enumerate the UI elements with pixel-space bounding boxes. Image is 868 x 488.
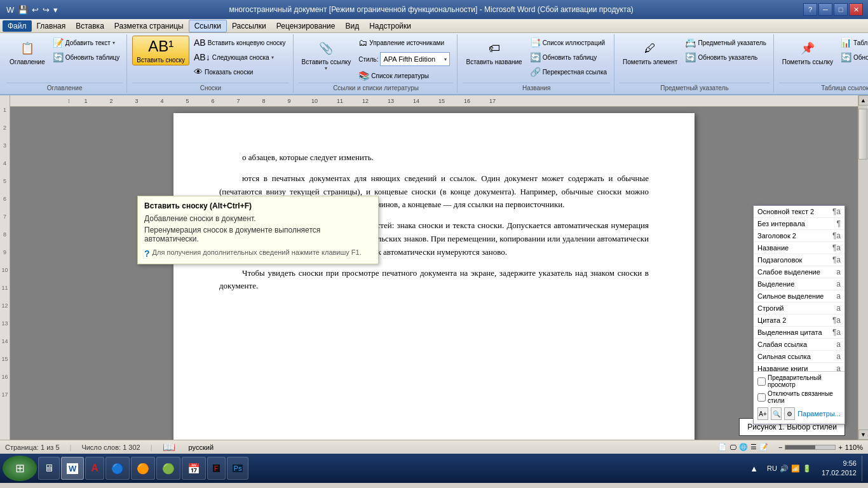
illustrations-list-button[interactable]: 📑 Список иллюстраций [527,36,610,50]
taskbar-calendar[interactable]: 📅 [182,457,206,480]
insert-footnote-button[interactable]: AB¹ Вставить сноску [132,36,189,65]
style-item-5[interactable]: Слабое выделениеa [754,266,844,278]
mark-citation-button[interactable]: 📌 Пометить ссылку [779,36,836,68]
style-item-12[interactable]: Сильная ссылкаa [754,351,844,363]
view-print-icon[interactable]: 📄 [718,443,727,451]
menu-insert[interactable]: Вставка [71,20,109,32]
index-buttons: 🖊 Пометить элемент 📇 Предметный указател… [620,36,770,83]
insert-table-auth-button[interactable]: 📊 Таблица ссылок [837,36,868,50]
disable-linked-input[interactable] [757,393,766,402]
help-icon[interactable]: ? [803,3,817,16]
restore-button[interactable]: □ [834,3,848,16]
style-selector[interactable]: Стиль: APA Fifth Edition ▾ [355,50,453,68]
style-item-13[interactable]: Название книгиa [754,363,844,371]
mark-element-button[interactable]: 🖊 Пометить элемент [620,36,681,68]
taskbar-app1[interactable]: 🟠 [131,457,155,480]
show-desktop-button[interactable] [862,456,865,481]
view-draft-icon[interactable]: 📝 [759,443,768,451]
network-icon[interactable]: 📶 [791,464,800,473]
battery-icon[interactable]: 🔋 [803,464,811,473]
style-item-2[interactable]: Заголовок 2¶a [754,230,844,242]
preview-checkbox[interactable]: Предварительный просмотр [757,374,841,388]
style-item-6[interactable]: Выделениеa [754,278,844,290]
menu-file[interactable]: Файл [3,20,32,32]
tooltip-hint: ? Для получения дополнительных сведений … [144,248,372,259]
zoom-out-button[interactable]: − [778,444,782,451]
view-outline-icon[interactable]: ☰ [750,443,757,451]
menu-mailings[interactable]: Рассылки [227,20,271,32]
zoom-in-button[interactable]: + [838,444,842,451]
manage-sources-button[interactable]: 🗂 Управление источниками [355,36,453,50]
zoom-slider[interactable] [785,445,836,450]
update-oglav-button[interactable]: 🔄 Обновить таблицу [50,50,123,64]
menu-references[interactable]: Ссылки [189,20,227,32]
start-button[interactable]: ⊞ [3,456,37,481]
new-style-button[interactable]: A+ [757,407,768,420]
cross-reference-button[interactable]: 🔗 Перекрестная ссылка [527,65,610,79]
scroll-up-button[interactable]: ▲ [858,95,869,105]
disable-linked-checkbox[interactable]: Отключить связанные стили [757,390,841,404]
zoom-level: 110% [845,444,863,451]
customize-icon[interactable]: ▾ [52,4,59,16]
speaker-icon[interactable]: 🔊 [780,464,789,473]
style-item-4[interactable]: Подзаголовок¶a [754,254,844,266]
update-index-button[interactable]: 🔄 Обновить указатель [682,50,769,64]
ribbon-content: 📋 Оглавление 📝 Добавить текст ▾ 🔄 Обнови… [0,33,868,94]
taskbar-app2[interactable]: 🟢 [156,457,180,480]
save-icon[interactable]: 💾 [17,4,29,16]
menu-review[interactable]: Рецензирование [271,20,341,32]
taskbar-word[interactable]: W [61,457,84,480]
style-dropdown[interactable]: APA Fifth Edition ▾ [380,52,450,66]
undo-icon[interactable]: ↩ [31,4,40,16]
system-clock[interactable]: 9:56 17.02.2012 [818,459,860,478]
preview-label: Предварительный просмотр [768,374,841,388]
scroll-thumb[interactable] [858,109,867,159]
ruler-h-5: 5 [175,98,200,104]
style-item-0[interactable]: Основной текст 2¶a [754,206,844,218]
taskbar-flash[interactable]: F [207,457,226,480]
menu-view[interactable]: Вид [340,20,364,32]
update-table-auth-button[interactable]: 🔄 Обновить таблицу [837,50,868,64]
manage-styles-button[interactable]: ⚙ [784,407,795,420]
taskbar-antivirus[interactable]: A [85,457,104,480]
show-footnotes-button[interactable]: 👁 Показать сноски [191,65,289,79]
add-text-button[interactable]: 📝 Добавить текст ▾ [50,36,123,50]
menu-page-layout[interactable]: Разметка страницы [109,20,189,32]
lang-indicator[interactable]: RU [767,464,777,472]
style-item-7[interactable]: Сильное выделениеa [754,290,844,302]
next-footnote-button[interactable]: AB↓ Следующая сноска ▾ [191,50,289,64]
style-item-8[interactable]: Строгийa [754,302,844,315]
style-item-mark: a [836,292,841,301]
oglav-button[interactable]: 📋 Оглавление [6,36,48,68]
insert-caption-button[interactable]: 🏷 Вставить название [463,36,525,68]
document[interactable]: о абзацев, которые следует изменить. ютс… [173,113,695,440]
scroll-down-button[interactable]: ▼ [858,430,869,440]
view-web-icon[interactable]: 🌐 [739,443,748,451]
taskbar-firefox[interactable]: 🔵 [105,457,130,480]
inspect-style-button[interactable]: 🔍 [771,407,782,420]
redo-icon[interactable]: ↪ [41,4,51,16]
params-link[interactable]: Параметры... [797,410,841,417]
menu-home[interactable]: Главная [32,20,71,32]
right-scrollbar[interactable]: ▲ ▼ [858,95,868,440]
style-item-10[interactable]: Выделенная цитата¶a [754,327,844,339]
menu-addins[interactable]: Надстройки [364,20,416,32]
style-item-11[interactable]: Слабая ссылкаa [754,339,844,351]
close-button[interactable]: ✕ [849,3,863,16]
style-item-1[interactable]: Без интервала¶ [754,218,844,230]
view-fullscreen-icon[interactable]: 🖵 [729,444,736,451]
update-captions-button[interactable]: 🔄 Обновить таблицу [527,50,610,64]
arrow-up-icon[interactable]: ▲ [750,464,758,473]
preview-checkbox-input[interactable] [757,377,766,386]
insert-endnote-button[interactable]: AB Вставить концевую сноску [191,36,289,50]
bibliography-button[interactable]: 📚 Список литературы [355,69,453,83]
insert-citation-button[interactable]: 📎 Вставить ссылку ▾ [299,36,355,74]
style-item-3[interactable]: Название¶a [754,242,844,254]
language-button[interactable]: русский [186,442,217,452]
scroll-track[interactable] [858,105,869,430]
minimize-button[interactable]: ─ [818,3,832,16]
insert-index-button[interactable]: 📇 Предметный указатель [682,36,769,50]
taskbar-explorer[interactable]: 🖥 [38,457,60,480]
taskbar-photoshop[interactable]: Ps [227,457,249,480]
style-item-9[interactable]: Цитата 2¶a [754,315,844,327]
